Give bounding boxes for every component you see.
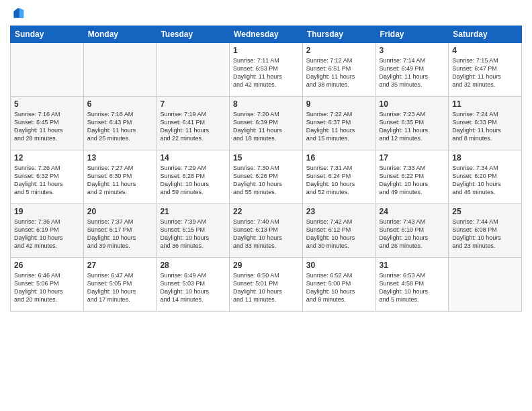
day-content: Sunrise: 7:40 AM Sunset: 6:13 PM Dayligh… [233,218,299,250]
day-content: Sunrise: 7:20 AM Sunset: 6:39 PM Dayligh… [233,110,299,143]
calendar-cell: 23Sunrise: 7:42 AM Sunset: 6:12 PM Dayli… [302,204,375,258]
calendar-cell: 3Sunrise: 7:14 AM Sunset: 6:49 PM Daylig… [375,43,449,97]
svg-marker-1 [19,8,24,18]
day-content: Sunrise: 7:36 AM Sunset: 6:19 PM Dayligh… [14,218,80,250]
calendar-table: SundayMondayTuesdayWednesdayThursdayFrid… [10,26,522,312]
day-content: Sunrise: 7:12 AM Sunset: 6:51 PM Dayligh… [306,56,372,89]
calendar-cell: 25Sunrise: 7:44 AM Sunset: 6:08 PM Dayli… [449,204,522,258]
day-content: Sunrise: 7:24 AM Sunset: 6:33 PM Dayligh… [452,110,518,143]
day-number: 1 [233,46,299,55]
day-content: Sunrise: 6:50 AM Sunset: 5:01 PM Dayligh… [233,271,299,304]
calendar-cell: 5Sunrise: 7:16 AM Sunset: 6:45 PM Daylig… [11,97,84,150]
calendar-cell: 13Sunrise: 7:27 AM Sunset: 6:30 PM Dayli… [83,150,157,204]
day-number: 31 [380,261,445,270]
weekday-header-saturday: Saturday [449,26,522,43]
day-content: Sunrise: 6:46 AM Sunset: 5:06 PM Dayligh… [14,271,80,304]
day-number: 28 [160,261,226,270]
day-content: Sunrise: 7:30 AM Sunset: 6:26 PM Dayligh… [233,164,299,197]
calendar-cell: 7Sunrise: 7:19 AM Sunset: 6:41 PM Daylig… [157,97,230,150]
calendar-week-row: 26Sunrise: 6:46 AM Sunset: 5:06 PM Dayli… [11,258,522,312]
day-number: 22 [233,207,299,216]
day-number: 23 [306,207,372,216]
calendar-cell: 29Sunrise: 6:50 AM Sunset: 5:01 PM Dayli… [230,258,303,312]
day-content: Sunrise: 7:26 AM Sunset: 6:32 PM Dayligh… [14,164,80,197]
day-number: 14 [160,153,226,163]
day-content: Sunrise: 7:27 AM Sunset: 6:30 PM Dayligh… [87,164,153,197]
day-number: 13 [87,153,153,163]
day-number: 17 [380,153,445,163]
day-number: 15 [233,153,299,163]
day-number: 16 [306,153,372,163]
calendar-cell: 2Sunrise: 7:12 AM Sunset: 6:51 PM Daylig… [302,43,375,97]
day-content: Sunrise: 6:49 AM Sunset: 5:03 PM Dayligh… [160,271,226,304]
day-content: Sunrise: 7:42 AM Sunset: 6:12 PM Dayligh… [306,218,372,250]
weekday-header-wednesday: Wednesday [230,26,303,43]
calendar-cell: 30Sunrise: 6:52 AM Sunset: 5:00 PM Dayli… [302,258,375,312]
calendar-cell: 16Sunrise: 7:31 AM Sunset: 6:24 PM Dayli… [302,150,375,204]
day-content: Sunrise: 7:33 AM Sunset: 6:22 PM Dayligh… [380,164,445,197]
day-number: 2 [306,46,372,55]
weekday-header-sunday: Sunday [11,26,84,43]
calendar-cell: 6Sunrise: 7:18 AM Sunset: 6:43 PM Daylig… [83,97,157,150]
day-content: Sunrise: 7:34 AM Sunset: 6:20 PM Dayligh… [452,164,518,197]
weekday-header-row: SundayMondayTuesdayWednesdayThursdayFrid… [11,26,522,43]
calendar-cell: 28Sunrise: 6:49 AM Sunset: 5:03 PM Dayli… [157,258,230,312]
calendar-cell [157,43,230,97]
calendar-cell: 11Sunrise: 7:24 AM Sunset: 6:33 PM Dayli… [449,97,522,150]
weekday-header-friday: Friday [375,26,449,43]
day-content: Sunrise: 6:52 AM Sunset: 5:00 PM Dayligh… [306,271,372,304]
calendar-cell: 1Sunrise: 7:11 AM Sunset: 6:53 PM Daylig… [230,43,303,97]
day-content: Sunrise: 7:31 AM Sunset: 6:24 PM Dayligh… [306,164,372,197]
calendar-cell: 22Sunrise: 7:40 AM Sunset: 6:13 PM Dayli… [230,204,303,258]
day-number: 18 [452,153,518,163]
calendar-cell [11,43,84,97]
day-number: 10 [380,99,445,109]
calendar-cell [83,43,157,97]
calendar-cell: 18Sunrise: 7:34 AM Sunset: 6:20 PM Dayli… [449,150,522,204]
day-content: Sunrise: 7:19 AM Sunset: 6:41 PM Dayligh… [160,110,226,143]
day-number: 24 [380,207,445,216]
weekday-header-thursday: Thursday [302,26,375,43]
calendar-cell: 14Sunrise: 7:29 AM Sunset: 6:28 PM Dayli… [157,150,230,204]
day-content: Sunrise: 7:18 AM Sunset: 6:43 PM Dayligh… [87,110,153,143]
calendar-cell: 19Sunrise: 7:36 AM Sunset: 6:19 PM Dayli… [11,204,84,258]
day-number: 19 [14,207,80,216]
calendar-cell: 20Sunrise: 7:37 AM Sunset: 6:17 PM Dayli… [83,204,157,258]
day-content: Sunrise: 7:39 AM Sunset: 6:15 PM Dayligh… [160,218,226,250]
day-content: Sunrise: 7:43 AM Sunset: 6:10 PM Dayligh… [380,218,445,250]
calendar-cell: 10Sunrise: 7:23 AM Sunset: 6:35 PM Dayli… [375,97,449,150]
logo-icon [11,7,25,20]
calendar-cell: 27Sunrise: 6:47 AM Sunset: 5:05 PM Dayli… [83,258,157,312]
calendar-cell: 8Sunrise: 7:20 AM Sunset: 6:39 PM Daylig… [230,97,303,150]
calendar-cell: 9Sunrise: 7:22 AM Sunset: 6:37 PM Daylig… [302,97,375,150]
day-number: 29 [233,261,299,270]
day-content: Sunrise: 7:29 AM Sunset: 6:28 PM Dayligh… [160,164,226,197]
calendar-cell: 17Sunrise: 7:33 AM Sunset: 6:22 PM Dayli… [375,150,449,204]
day-content: Sunrise: 7:44 AM Sunset: 6:08 PM Dayligh… [452,218,518,250]
day-content: Sunrise: 7:16 AM Sunset: 6:45 PM Dayligh… [14,110,80,143]
day-number: 4 [452,46,518,55]
page-header [10,7,522,20]
day-content: Sunrise: 6:47 AM Sunset: 5:05 PM Dayligh… [87,271,153,304]
day-number: 26 [14,261,80,270]
day-content: Sunrise: 7:22 AM Sunset: 6:37 PM Dayligh… [306,110,372,143]
weekday-header-tuesday: Tuesday [157,26,230,43]
day-number: 8 [233,99,299,109]
calendar-cell: 15Sunrise: 7:30 AM Sunset: 6:26 PM Dayli… [230,150,303,204]
calendar-cell: 26Sunrise: 6:46 AM Sunset: 5:06 PM Dayli… [11,258,84,312]
day-content: Sunrise: 7:15 AM Sunset: 6:47 PM Dayligh… [452,56,518,89]
day-number: 21 [160,207,226,216]
day-number: 9 [306,99,372,109]
day-content: Sunrise: 6:53 AM Sunset: 4:58 PM Dayligh… [380,271,445,304]
logo [10,7,25,20]
day-number: 25 [452,207,518,216]
day-content: Sunrise: 7:37 AM Sunset: 6:17 PM Dayligh… [87,218,153,250]
calendar-week-row: 12Sunrise: 7:26 AM Sunset: 6:32 PM Dayli… [11,150,522,204]
day-content: Sunrise: 7:11 AM Sunset: 6:53 PM Dayligh… [233,56,299,89]
calendar-cell: 31Sunrise: 6:53 AM Sunset: 4:58 PM Dayli… [375,258,449,312]
calendar-week-row: 19Sunrise: 7:36 AM Sunset: 6:19 PM Dayli… [11,204,522,258]
calendar-cell: 24Sunrise: 7:43 AM Sunset: 6:10 PM Dayli… [375,204,449,258]
calendar-cell [449,258,522,312]
day-number: 7 [160,99,226,109]
day-number: 5 [14,99,80,109]
